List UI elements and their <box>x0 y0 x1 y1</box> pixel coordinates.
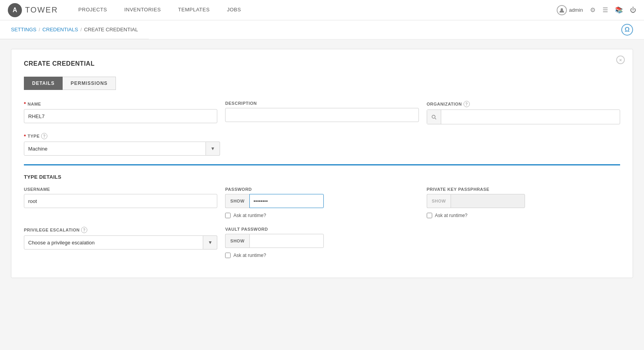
main-content: CREATE CREDENTIAL × DETAILS PERMISSIONS … <box>0 39 644 287</box>
private-key-label: PRIVATE KEY PASSPHRASE <box>427 187 620 192</box>
breadcrumb-current: CREATE CREDENTIAL <box>84 27 138 32</box>
form-row-3: USERNAME PASSWORD SHOW Ask at runtime? P… <box>24 187 620 218</box>
private-key-ask-runtime-row: Ask at runtime? <box>427 213 620 218</box>
vault-ask-runtime-checkbox[interactable] <box>225 253 231 258</box>
password-ask-runtime-label: Ask at runtime? <box>233 213 266 218</box>
breadcrumb-sep-2: / <box>80 27 81 32</box>
org-search-icon <box>427 110 441 124</box>
description-input[interactable] <box>225 108 419 122</box>
password-input-wrap: SHOW <box>225 194 419 208</box>
name-required: * <box>24 101 26 107</box>
organization-label: ORGANIZATION ? <box>427 101 620 107</box>
name-input[interactable] <box>24 109 217 123</box>
form-row-1: * NAME DESCRIPTION ORGANIZATION ? <box>24 101 620 124</box>
form-row-2: * TYPE ? Machine ▼ <box>24 133 620 156</box>
private-key-input-wrap: SHOW <box>427 194 620 208</box>
tabs: DETAILS PERMISSIONS <box>24 77 620 90</box>
username-label: admin <box>569 7 583 13</box>
type-group: * TYPE ? Machine ▼ <box>24 133 220 156</box>
private-key-group: PRIVATE KEY PASSPHRASE SHOW Ask at runti… <box>427 187 620 218</box>
type-select-arrow[interactable]: ▼ <box>206 142 220 156</box>
description-label: DESCRIPTION <box>225 101 419 106</box>
list-icon[interactable]: ☰ <box>603 6 608 14</box>
power-icon[interactable]: ⏻ <box>630 7 636 14</box>
breadcrumb-settings[interactable]: SETTINGS <box>11 27 36 32</box>
type-label: * TYPE ? <box>24 133 220 139</box>
private-key-ask-runtime-label: Ask at runtime? <box>435 213 467 218</box>
type-details-title: TYPE DETAILS <box>24 174 620 180</box>
nav-inventories[interactable]: INVENTORIES <box>115 0 169 20</box>
vault-password-input-wrap: SHOW <box>225 234 419 248</box>
password-group: PASSWORD SHOW Ask at runtime? <box>225 187 419 218</box>
password-ask-runtime-checkbox[interactable] <box>225 213 231 218</box>
password-show-button[interactable]: SHOW <box>225 194 249 208</box>
type-select-wrap: Machine ▼ <box>24 142 220 156</box>
private-key-ask-runtime-checkbox[interactable] <box>427 213 432 218</box>
username-label: USERNAME <box>24 187 217 192</box>
description-group: DESCRIPTION <box>225 101 419 124</box>
logo-text: TOWER <box>25 5 58 14</box>
svg-line-2 <box>435 118 436 119</box>
type-details-divider <box>24 164 620 165</box>
organization-input-wrap <box>427 109 620 124</box>
password-label: PASSWORD <box>225 187 419 192</box>
name-group: * NAME <box>24 101 217 124</box>
username-group: USERNAME <box>24 187 217 218</box>
create-credential-card: CREATE CREDENTIAL × DETAILS PERMISSIONS … <box>11 49 633 278</box>
type-select[interactable]: Machine <box>24 142 206 156</box>
type-required: * <box>24 133 26 139</box>
type-help-icon[interactable]: ? <box>41 133 47 139</box>
password-input[interactable] <box>249 194 324 208</box>
vault-password-input[interactable] <box>249 234 324 248</box>
nav-right: admin ⚙ ☰ 📚 ⏻ <box>557 5 636 15</box>
nav-templates[interactable]: TEMPLATES <box>170 0 218 20</box>
organization-group: ORGANIZATION ? <box>427 101 620 124</box>
svg-point-1 <box>432 115 435 118</box>
password-ask-runtime-row: Ask at runtime? <box>225 213 419 218</box>
top-navigation: A TOWER PROJECTS INVENTORIES TEMPLATES J… <box>0 0 644 20</box>
breadcrumb: SETTINGS / CREDENTIALS / CREATE CREDENTI… <box>0 20 149 39</box>
username-input[interactable] <box>24 194 217 208</box>
privilege-select-wrap: Choose a privilege escalation ▼ <box>24 235 217 249</box>
privilege-escalation-group: PRIVILEGE ESCALATION ? Choose a privileg… <box>24 227 217 258</box>
card-title: CREATE CREDENTIAL <box>24 60 620 67</box>
close-button[interactable]: × <box>616 56 625 64</box>
logo[interactable]: A TOWER <box>8 3 58 17</box>
breadcrumb-row: SETTINGS / CREDENTIALS / CREATE CREDENTI… <box>0 20 644 39</box>
nav-jobs[interactable]: JOBS <box>218 0 250 20</box>
private-key-input[interactable] <box>451 194 525 208</box>
book-icon[interactable]: 📚 <box>615 6 623 14</box>
gear-icon[interactable]: ⚙ <box>590 6 595 14</box>
privilege-help-icon[interactable]: ? <box>81 227 87 233</box>
nav-links: PROJECTS INVENTORIES TEMPLATES JOBS <box>70 0 557 20</box>
omega-icon[interactable]: Ω <box>621 24 633 36</box>
private-key-show-button[interactable]: SHOW <box>427 194 451 208</box>
breadcrumb-sep-1: / <box>39 27 40 32</box>
vault-ask-runtime-row: Ask at runtime? <box>225 253 419 258</box>
breadcrumb-credentials[interactable]: CREDENTIALS <box>42 27 78 32</box>
name-label: * NAME <box>24 101 217 107</box>
user-avatar-icon <box>557 5 567 15</box>
organization-help-icon[interactable]: ? <box>464 101 470 107</box>
privilege-escalation-label: PRIVILEGE ESCALATION ? <box>24 227 217 233</box>
vault-ask-runtime-label: Ask at runtime? <box>233 253 266 258</box>
nav-user[interactable]: admin <box>557 5 583 15</box>
logo-icon: A <box>8 3 22 17</box>
tab-permissions[interactable]: PERMISSIONS <box>63 77 115 90</box>
nav-projects[interactable]: PROJECTS <box>70 0 115 20</box>
vault-password-label: VAULT PASSWORD <box>225 227 419 232</box>
form-row-4: PRIVILEGE ESCALATION ? Choose a privileg… <box>24 227 620 258</box>
vault-show-button[interactable]: SHOW <box>225 234 249 248</box>
vault-password-group: VAULT PASSWORD SHOW Ask at runtime? <box>225 227 419 258</box>
privilege-select-arrow[interactable]: ▼ <box>203 235 217 249</box>
organization-input[interactable] <box>441 110 620 124</box>
tab-details[interactable]: DETAILS <box>24 77 63 90</box>
privilege-select[interactable]: Choose a privilege escalation <box>24 235 203 249</box>
